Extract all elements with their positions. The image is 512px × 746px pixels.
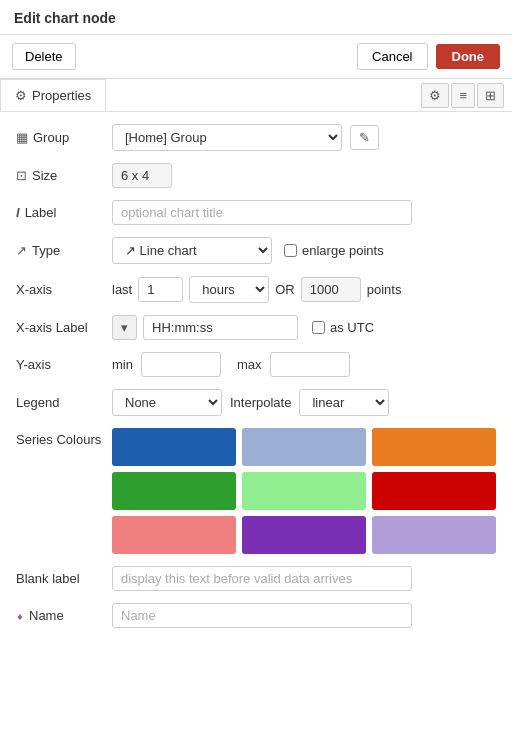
yaxis-controls: min max — [112, 352, 350, 377]
interpolate-select[interactable]: linear step bezier — [299, 389, 389, 416]
xaxis-label-row: X-axis Label ▾ as UTC — [16, 315, 496, 340]
blank-label-input[interactable] — [112, 566, 412, 591]
label-row: I Label — [16, 200, 496, 225]
tab-icon-gear-button[interactable]: ⚙ — [421, 83, 449, 108]
legend-select[interactable]: None Top Bottom Left Right — [112, 389, 222, 416]
name-input[interactable] — [112, 603, 412, 628]
type-row: ↗ Type ↗ Line chart Bar chart Pie chart … — [16, 237, 496, 264]
group-select[interactable]: [Home] Group — [112, 124, 342, 151]
xaxis-points-input[interactable] — [301, 277, 361, 302]
label-icon: I — [16, 205, 20, 220]
tab-icon-grid-button[interactable]: ⊞ — [477, 83, 504, 108]
xaxis-points-text: points — [367, 282, 402, 297]
type-controls: ↗ Line chart Bar chart Pie chart enlarge… — [112, 237, 384, 264]
color-swatch-9[interactable] — [372, 516, 496, 554]
tab-icons-group: ⚙ ≡ ⊞ — [421, 83, 512, 108]
as-utc-checkbox[interactable] — [312, 321, 325, 334]
size-icon: ⊡ — [16, 168, 27, 183]
properties-gear-icon: ⚙ — [15, 88, 27, 103]
xaxis-label-input[interactable] — [143, 315, 298, 340]
colors-grid — [112, 428, 496, 554]
yaxis-max-text: max — [237, 357, 262, 372]
color-swatch-2[interactable] — [242, 428, 366, 466]
blank-label-row: Blank label — [16, 566, 496, 591]
color-swatch-7[interactable] — [112, 516, 236, 554]
xaxis-label-field-label: X-axis Label — [16, 320, 104, 335]
label-input[interactable] — [112, 200, 412, 225]
xaxis-last-text: last — [112, 282, 132, 297]
as-utc-label[interactable]: as UTC — [312, 320, 374, 335]
color-swatch-5[interactable] — [242, 472, 366, 510]
prefix-arrow-icon: ▾ — [121, 320, 128, 335]
yaxis-min-input[interactable] — [141, 352, 221, 377]
xaxis-controls: last hours minutes seconds OR points — [112, 276, 401, 303]
legend-row: Legend None Top Bottom Left Right Interp… — [16, 389, 496, 416]
color-swatch-6[interactable] — [372, 472, 496, 510]
group-label: ▦ Group — [16, 130, 104, 145]
type-icon: ↗ — [16, 243, 27, 258]
legend-controls: None Top Bottom Left Right Interpolate l… — [112, 389, 389, 416]
delete-button[interactable]: Delete — [12, 43, 76, 70]
blank-label-label: Blank label — [16, 571, 104, 586]
tab-properties[interactable]: ⚙ Properties — [0, 79, 106, 111]
group-row: ▦ Group [Home] Group ✎ — [16, 124, 496, 151]
yaxis-min-text: min — [112, 357, 133, 372]
name-row: ⬧ Name — [16, 603, 496, 628]
legend-label: Legend — [16, 395, 104, 410]
color-swatch-8[interactable] — [242, 516, 366, 554]
size-label: ⊡ Size — [16, 168, 104, 183]
size-input[interactable] — [112, 163, 172, 188]
type-select[interactable]: ↗ Line chart Bar chart Pie chart — [112, 237, 272, 264]
enlarge-points-checkbox[interactable] — [284, 244, 297, 257]
action-bar: Delete Cancel Done — [0, 35, 512, 79]
yaxis-label: Y-axis — [16, 357, 104, 372]
tabs-bar: ⚙ Properties ⚙ ≡ ⊞ — [0, 79, 512, 112]
cancel-button[interactable]: Cancel — [357, 43, 427, 70]
tab-icon-text-button[interactable]: ≡ — [451, 83, 475, 108]
size-row: ⊡ Size — [16, 163, 496, 188]
xaxis-label-prefix-button[interactable]: ▾ — [112, 315, 137, 340]
xaxis-row: X-axis last hours minutes seconds OR poi… — [16, 276, 496, 303]
series-colours-row: Series Colours — [16, 428, 496, 554]
xaxis-hours-select[interactable]: hours minutes seconds — [189, 276, 269, 303]
yaxis-row: Y-axis min max — [16, 352, 496, 377]
name-icon: ⬧ — [16, 608, 24, 623]
dialog-title: Edit chart node — [0, 0, 512, 35]
interpolate-text: Interpolate — [230, 395, 291, 410]
xaxis-last-input[interactable] — [138, 277, 183, 302]
group-edit-button[interactable]: ✎ — [350, 125, 379, 150]
type-label: ↗ Type — [16, 243, 104, 258]
color-swatch-3[interactable] — [372, 428, 496, 466]
color-swatch-4[interactable] — [112, 472, 236, 510]
enlarge-points-label[interactable]: enlarge points — [284, 243, 384, 258]
group-icon: ▦ — [16, 130, 28, 145]
xaxis-label: X-axis — [16, 282, 104, 297]
name-label: ⬧ Name — [16, 608, 104, 623]
form-body: ▦ Group [Home] Group ✎ ⊡ Size I Label ↗ … — [0, 112, 512, 652]
yaxis-max-input[interactable] — [270, 352, 350, 377]
done-button[interactable]: Done — [436, 44, 501, 69]
label-field-label: I Label — [16, 205, 104, 220]
color-swatch-1[interactable] — [112, 428, 236, 466]
xaxis-or-text: OR — [275, 282, 295, 297]
series-colours-label: Series Colours — [16, 428, 104, 447]
xaxis-label-controls: ▾ as UTC — [112, 315, 374, 340]
